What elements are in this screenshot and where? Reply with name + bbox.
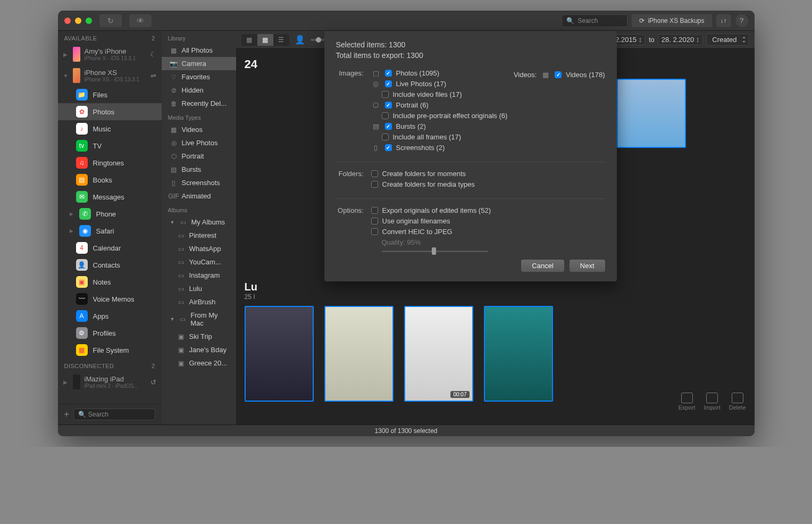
zoom-window-button[interactable]	[86, 18, 92, 24]
checkbox-include-video-files[interactable]	[382, 91, 389, 98]
checkbox-folders-moments[interactable]	[371, 170, 378, 177]
checkbox-export-originals[interactable]	[371, 207, 378, 214]
help-button[interactable]: ?	[735, 14, 748, 27]
library-item-instagram[interactable]: ▭Instagram	[162, 269, 236, 282]
library-sidebar: Library ▦All Photos📷Camera♡Favorites⊘Hid…	[162, 31, 236, 425]
library-item-whatsapp[interactable]: ▭WhatsApp	[162, 242, 236, 255]
export-button[interactable]: Export	[679, 393, 696, 411]
checkbox-original-filenames[interactable]	[371, 218, 378, 224]
backups-button[interactable]: ⟳ iPhone XS Backups	[632, 14, 711, 27]
checkbox-bursts[interactable]	[385, 123, 392, 130]
view-grid-icon[interactable]: ▦	[257, 34, 273, 46]
album-group-my-albums[interactable]: ▼ ▭ My Albums	[162, 215, 236, 229]
sidebar-item-apps[interactable]: AApps	[58, 307, 162, 325]
music-icon: ♪	[76, 123, 88, 135]
sidebar-item-files[interactable]: 📁Files	[58, 86, 162, 103]
quality-label: Quality: 95%	[371, 238, 605, 246]
date-to-input[interactable]: 28. 2.2020 ▲▼	[658, 34, 703, 45]
sidebar-item-calendar[interactable]: 4Calendar	[58, 239, 162, 256]
person-filter-icon[interactable]: 👤	[295, 35, 305, 45]
sidebar-item-books[interactable]: ▤Books	[58, 171, 162, 188]
album-group-from-mac[interactable]: ▼ ▭ From My Mac	[162, 309, 236, 330]
device-item-amys-iphone[interactable]: ▶ Amy's iPhone iPhone X - iOS 13.3.1 ☾	[58, 44, 162, 65]
notes-icon: ▣	[76, 276, 88, 288]
reveal-button[interactable]: 👁	[129, 14, 152, 27]
library-item-all-photos[interactable]: ▦All Photos	[162, 44, 236, 57]
cancel-button[interactable]: Cancel	[521, 260, 564, 272]
library-item-portrait[interactable]: ⬡Portrait	[162, 149, 236, 163]
checkbox-videos[interactable]	[555, 71, 562, 78]
checkbox-screenshots[interactable]	[385, 144, 392, 151]
transfer-button[interactable]: ↓↑	[716, 14, 731, 27]
checkbox-include-all-frames[interactable]	[382, 134, 389, 140]
library-item-jane-s-bday[interactable]: ▣Jane's Bday	[162, 343, 236, 356]
checkbox-portrait[interactable]	[385, 102, 392, 109]
view-mode-segment[interactable]: ▦ ▦ ☰	[241, 34, 289, 46]
sidebar-item-phone[interactable]: ▶✆Phone	[58, 205, 162, 222]
photo-thumbnail[interactable]	[245, 306, 314, 402]
view-list-icon[interactable]: ☰	[273, 34, 289, 46]
sort-select[interactable]: Created	[706, 34, 749, 46]
photo-thumbnail[interactable]	[324, 306, 394, 402]
library-item-bursts[interactable]: ▤Bursts	[162, 163, 236, 176]
item-icon: ▣	[178, 333, 185, 340]
sidebar-item-ringtones[interactable]: ♫Ringtones	[58, 154, 162, 171]
sidebar-item-safari[interactable]: ▶◉Safari	[58, 222, 162, 239]
global-search-input[interactable]: 🔍 Search	[562, 14, 627, 27]
import-button[interactable]: Import	[704, 393, 721, 411]
library-item-screenshots[interactable]: ▯Screenshots	[162, 176, 236, 189]
library-item-hidden[interactable]: ⊘Hidden	[162, 84, 236, 97]
sidebar-item-music[interactable]: ♪Music	[58, 120, 162, 137]
checkbox-photos[interactable]	[385, 70, 392, 77]
sidebar-item-file-system[interactable]: ▦File System	[58, 342, 162, 359]
sidebar-item-label: Messages	[93, 193, 124, 201]
library-item-favorites[interactable]: ♡Favorites	[162, 70, 236, 84]
library-item-recently-del-[interactable]: 🗑Recently Del...	[162, 97, 236, 110]
checkbox-live-photos[interactable]	[385, 80, 392, 87]
ringtones-icon: ♫	[76, 157, 88, 169]
checkbox-include-pre-portrait[interactable]	[382, 112, 389, 119]
view-large-grid-icon[interactable]: ▦	[241, 34, 257, 46]
usb-icon: ⇌	[150, 72, 156, 80]
sidebar-item-messages[interactable]: ✉Messages	[58, 188, 162, 205]
device-item-imazing-ipad[interactable]: ▶ iMazing iPad iPad mini 2 - iPadOS... ↺	[58, 371, 162, 393]
close-window-button[interactable]	[64, 18, 71, 24]
stepper-icon[interactable]: ▲▼	[639, 37, 642, 43]
refresh-button[interactable]: ↻	[99, 14, 122, 27]
stepper-icon[interactable]: ▲▼	[696, 37, 699, 43]
bursts-icon: ▤	[371, 122, 381, 130]
photos-icon: ✿	[76, 106, 88, 118]
sidebar-item-profiles[interactable]: ⚙Profiles	[58, 325, 162, 342]
photo-thumbnail[interactable]	[484, 306, 553, 402]
library-item-pinterest[interactable]: ▭Pinterest	[162, 229, 236, 242]
sidebar-item-notes[interactable]: ▣Notes	[58, 273, 162, 290]
library-item-videos[interactable]: ▦Videos	[162, 123, 236, 136]
status-text: 1300 of 1300 selected	[374, 427, 437, 435]
sidebar-item-tv[interactable]: tvTV	[58, 137, 162, 154]
library-item-youcam-[interactable]: ▭YouCam...	[162, 255, 236, 269]
item-icon: ▣	[178, 360, 185, 367]
quality-slider[interactable]	[382, 251, 488, 252]
sidebar-search-input[interactable]: 🔍 Search	[73, 409, 155, 420]
photo-thumbnail[interactable]: 00:07	[404, 306, 473, 402]
library-item-lulu[interactable]: ▭Lulu	[162, 282, 236, 295]
library-item-airbrush[interactable]: ▭AirBrush	[162, 295, 236, 309]
add-button[interactable]: +	[64, 410, 69, 419]
delete-button[interactable]: Delete	[729, 393, 746, 411]
library-item-greece-[interactable]: ▣Greece 20...	[162, 356, 236, 370]
sidebar-item-voice-memos[interactable]: 〰Voice Memos	[58, 290, 162, 307]
library-item-camera[interactable]: 📷Camera	[162, 57, 236, 70]
library-item-ski-trip[interactable]: ▣Ski Trip	[162, 330, 236, 343]
minimize-window-button[interactable]	[75, 18, 81, 24]
sidebar-item-photos[interactable]: ✿Photos	[58, 103, 162, 120]
library-item-label: Hidden	[182, 86, 204, 94]
photo-thumbnail[interactable]	[617, 79, 686, 148]
device-thumbnail	[73, 68, 80, 83]
checkbox-convert-heic[interactable]	[371, 228, 378, 235]
library-item-live-photos[interactable]: ◎Live Photos	[162, 136, 236, 149]
device-item-iphone-xs[interactable]: ▼ iPhone XS iPhone XS - iOS 13.3.1 ⇌	[58, 65, 162, 86]
checkbox-folders-media-types[interactable]	[371, 181, 378, 188]
sidebar-item-contacts[interactable]: 👤Contacts	[58, 256, 162, 273]
library-item-animated[interactable]: GIFAnimated	[162, 189, 236, 203]
next-button[interactable]: Next	[570, 260, 605, 272]
